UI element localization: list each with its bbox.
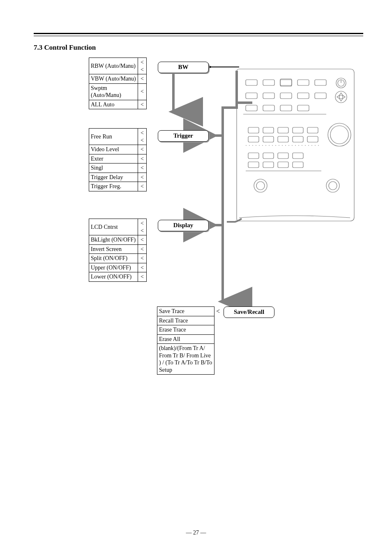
table-row: LCD Cntrst< < — [89, 219, 147, 235]
menu-item-label: ALL Auto — [89, 100, 138, 109]
svg-rect-24 — [248, 127, 259, 133]
table-row: VBW (Auto/Manu)< — [89, 74, 147, 84]
menu-item-label: Erase Trace — [157, 325, 214, 335]
svg-rect-15 — [280, 93, 292, 99]
menu-item-label: Split (ON/OFF) — [89, 254, 138, 263]
svg-rect-19 — [246, 105, 257, 111]
svg-rect-16 — [297, 93, 309, 99]
svg-point-49 — [329, 182, 337, 190]
menu-item-label: Invert Screen — [89, 244, 138, 254]
arrow-cell: < — [138, 164, 147, 173]
menu-item-label: Free Run — [89, 129, 138, 145]
arrow-left-icon: < — [216, 308, 220, 315]
svg-rect-28 — [307, 127, 318, 133]
table-row: Free Run< < — [89, 129, 147, 145]
svg-rect-38 — [263, 153, 274, 159]
table-row: Trigger Delay< — [89, 173, 147, 182]
menu-item-label: Recall Trace — [157, 316, 214, 325]
svg-rect-20 — [263, 105, 274, 111]
menu-item-label: (blank)/(From Tr A/ From Tr B/ From Live… — [157, 344, 214, 375]
menu-item-label: LCD Cntrst — [89, 219, 138, 235]
svg-rect-44 — [293, 162, 303, 168]
svg-rect-9 — [315, 80, 326, 85]
svg-rect-6 — [280, 80, 292, 85]
svg-rect-7 — [280, 79, 292, 86]
svg-rect-33 — [307, 136, 318, 142]
display-menu-table: LCD Cntrst< < BkLight (ON/OFF)< Invert S… — [89, 219, 147, 282]
svg-point-35 — [328, 123, 351, 146]
table-row: RBW (Auto/Manu)< < — [89, 58, 147, 74]
section-heading: 7.3 Control Function — [34, 44, 363, 52]
top-rule — [34, 33, 363, 36]
menu-item-label: Trigger Freg. — [89, 182, 138, 191]
arrow-cell: < — [138, 100, 147, 109]
arrow-cell: < — [138, 254, 147, 263]
svg-rect-14 — [263, 93, 274, 99]
arrow-cell: < — [138, 263, 147, 272]
table-row: BkLight (ON/OFF)< — [89, 235, 147, 245]
table-row: Video Level< — [89, 145, 147, 154]
svg-rect-13 — [246, 93, 257, 99]
table-row: Upper (ON/OFF)< — [89, 263, 147, 272]
svg-rect-30 — [263, 136, 274, 142]
table-row: Trigger Freg.< — [89, 182, 147, 191]
table-row: Invert Screen< — [89, 244, 147, 254]
arrow-cell: < < — [138, 219, 147, 235]
arrow-cell: < — [138, 83, 147, 100]
table-row: Swptm (Auto/Manu)< — [89, 83, 147, 100]
table-row: Save Trace — [157, 307, 214, 316]
arrow-cell: < — [138, 173, 147, 182]
page-number: — 27 — — [0, 530, 392, 536]
svg-rect-25 — [263, 127, 274, 133]
table-row: (blank)/(From Tr A/ From Tr B/ From Live… — [157, 344, 214, 375]
save-recall-menu-table: Save Trace Recall Trace Erase Trace Eras… — [157, 306, 214, 375]
bw-button[interactable]: BW — [158, 62, 209, 73]
display-button[interactable]: Display — [158, 220, 209, 231]
bw-menu-table: RBW (Auto/Manu)< < VBW (Auto/Manu)< Swpt… — [89, 58, 147, 109]
diagram-area: RBW (Auto/Manu)< < VBW (Auto/Manu)< Swpt… — [34, 54, 363, 424]
svg-rect-8 — [297, 80, 309, 85]
table-row: Exter< — [89, 154, 147, 164]
table-row: Erase Trace — [157, 325, 214, 335]
menu-item-label: RBW (Auto/Manu) — [89, 58, 138, 74]
svg-rect-22 — [297, 105, 309, 111]
arrow-cell: < — [138, 74, 147, 84]
page-number-value: 27 — [193, 530, 199, 536]
svg-rect-40 — [293, 153, 303, 159]
menu-item-label: Lower (ON/OFF) — [89, 272, 138, 282]
svg-rect-43 — [278, 162, 288, 168]
menu-item-label: Save Trace — [157, 307, 214, 316]
svg-rect-4 — [246, 80, 257, 85]
svg-point-47 — [256, 182, 265, 190]
trigger-button[interactable]: Trigger — [158, 130, 209, 142]
menu-item-label: VBW (Auto/Manu) — [89, 74, 138, 84]
svg-rect-42 — [263, 162, 274, 168]
svg-rect-17 — [315, 93, 326, 99]
arrow-cell: < < — [138, 129, 147, 145]
svg-rect-32 — [293, 136, 303, 142]
menu-item-label: Swptm (Auto/Manu) — [89, 83, 138, 100]
arrow-cell: < — [138, 145, 147, 154]
svg-rect-26 — [278, 127, 288, 133]
table-row: Lower (ON/OFF)< — [89, 272, 147, 282]
table-row: Singl< — [89, 164, 147, 173]
svg-rect-41 — [248, 162, 259, 168]
table-row: Split (ON/OFF)< — [89, 254, 147, 263]
menu-item-label: Trigger Delay — [89, 173, 138, 182]
arrow-cell: < < — [138, 58, 147, 74]
table-row: ALL Auto< — [89, 100, 147, 109]
svg-rect-39 — [278, 153, 288, 159]
table-row: Recall Trace — [157, 316, 214, 325]
menu-item-label: Singl — [89, 164, 138, 173]
save-recall-button[interactable]: Save/Recall — [224, 306, 274, 318]
svg-rect-27 — [293, 127, 303, 133]
arrow-cell: < — [138, 154, 147, 164]
svg-point-36 — [330, 126, 348, 144]
svg-point-46 — [254, 179, 267, 192]
svg-rect-5 — [263, 80, 274, 85]
arrow-cell: < — [138, 272, 147, 282]
svg-rect-37 — [248, 153, 259, 159]
menu-item-label: Upper (ON/OFF) — [89, 263, 138, 272]
table-row: Erase All — [157, 334, 214, 344]
svg-rect-21 — [280, 105, 292, 111]
